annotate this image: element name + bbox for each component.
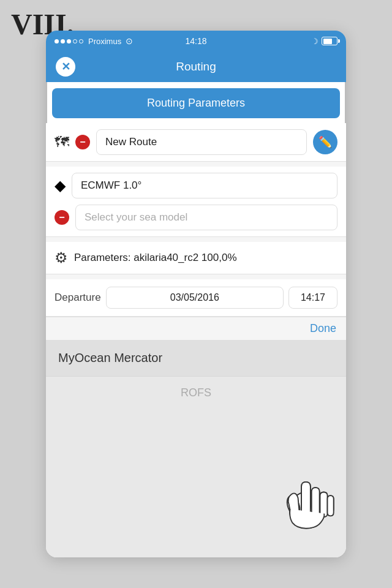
departure-date-input[interactable]: 03/05/2016 <box>106 287 284 309</box>
outer-wrapper: VIII. Proximus ⊙ 14:18 ☽ <box>0 0 392 588</box>
edit-icon: ✏️ <box>318 135 332 149</box>
done-button[interactable]: Done <box>310 322 336 334</box>
moon-icon: ☽ <box>311 37 318 46</box>
weather-row-top: ◆ ECMWF 1.0° <box>46 167 346 202</box>
picker-item-rofs[interactable]: ROFS <box>46 377 346 409</box>
picker-item-myocean-label: MyOcean Mercator <box>58 351 162 364</box>
edit-route-button[interactable]: ✏️ <box>313 130 337 154</box>
hand-cursor-svg <box>279 459 340 533</box>
svg-rect-8 <box>320 499 328 511</box>
minus-icon: − <box>80 137 85 147</box>
routing-parameters-button[interactable]: Routing Parameters <box>52 88 340 118</box>
minus-icon-sea: − <box>59 213 64 222</box>
svg-rect-6 <box>301 492 311 511</box>
gear-icon: ⚙ <box>55 249 68 266</box>
departure-label: Departure <box>55 292 101 304</box>
signal-dot-1 <box>55 39 59 43</box>
done-bar: Done <box>46 317 346 340</box>
signal-dot-3 <box>67 39 71 43</box>
signal-dot-4 <box>73 39 77 43</box>
content-area: 🗺 − New Route ✏️ ◆ ECMWF 1.0° − <box>46 123 346 557</box>
departure-time-input[interactable]: 14:17 <box>288 287 337 309</box>
wifi-icon: ⊙ <box>126 36 133 46</box>
status-bar: Proximus ⊙ 14:18 ☽ <box>46 31 346 51</box>
svg-rect-2 <box>312 488 320 513</box>
carrier-label: Proximus <box>88 37 121 46</box>
route-row: 🗺 − New Route ✏️ <box>46 123 346 162</box>
layers-icon: ◆ <box>55 177 66 194</box>
hand-cursor <box>279 459 340 533</box>
battery-icon <box>322 37 337 45</box>
signal-dot-5 <box>79 39 83 43</box>
svg-point-5 <box>285 494 303 518</box>
picker-area: MyOcean Mercator ROFS <box>46 340 346 557</box>
phone-frame: Proximus ⊙ 14:18 ☽ ✕ Routing Routing Par… <box>46 31 346 557</box>
picker-item-rofs-label: ROFS <box>181 386 211 399</box>
parameters-row[interactable]: ⚙ Parameters: akilaria40_rc2 100,0% <box>46 242 346 274</box>
parameters-text: Parameters: akilaria40_rc2 100,0% <box>74 252 237 264</box>
battery-fill <box>323 39 333 44</box>
weather-model-row: ◆ ECMWF 1.0° − Select your sea model <box>46 167 346 237</box>
status-bar-right: ☽ <box>311 37 337 46</box>
close-button[interactable]: ✕ <box>56 57 75 77</box>
remove-route-button[interactable]: − <box>75 135 90 149</box>
svg-rect-1 <box>301 482 311 511</box>
svg-point-0 <box>290 492 323 529</box>
departure-row: Departure 03/05/2016 14:17 <box>46 279 346 317</box>
status-time: 14:18 <box>185 36 206 46</box>
sea-model-input[interactable]: Select your sea model <box>75 205 337 230</box>
map-icon: 🗺 <box>55 134 69 151</box>
signal-dot-2 <box>61 39 65 43</box>
remove-sea-model-button[interactable]: − <box>55 210 69 225</box>
svg-rect-4 <box>328 496 334 513</box>
svg-rect-3 <box>320 492 328 514</box>
weather-row-bottom: − Select your sea model <box>46 202 346 236</box>
svg-rect-7 <box>312 497 320 511</box>
route-name-input[interactable]: New Route <box>96 129 307 155</box>
picker-item-myocean[interactable]: MyOcean Mercator <box>46 340 346 377</box>
weather-model-input[interactable]: ECMWF 1.0° <box>72 173 337 198</box>
nav-bar: ✕ Routing <box>46 51 346 82</box>
close-icon: ✕ <box>61 61 70 72</box>
svg-rect-9 <box>328 501 334 512</box>
status-bar-left: Proximus ⊙ <box>55 36 133 46</box>
nav-title: Routing <box>176 60 216 74</box>
